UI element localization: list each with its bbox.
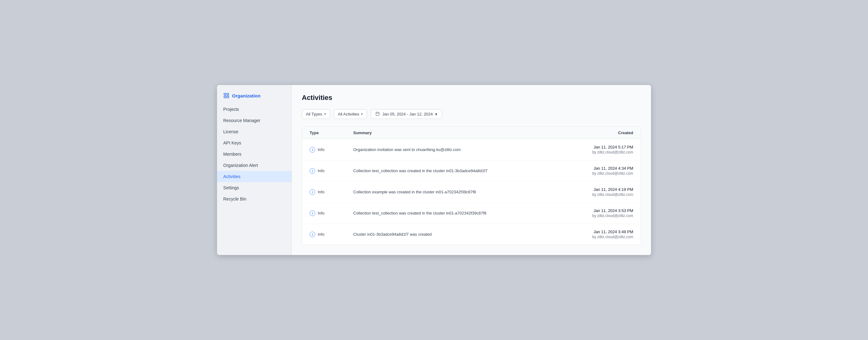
svg-rect-1 <box>227 93 229 95</box>
type-filter[interactable]: All Types ▾ <box>302 109 330 119</box>
sidebar-item-members[interactable]: Members <box>217 148 291 160</box>
summary-cell: Organization invitation was sent to chua… <box>353 147 546 152</box>
svg-rect-0 <box>224 93 226 95</box>
created-by: by zilliz.cloud@zilliz.com <box>546 213 633 218</box>
table-row: i Info Cluster in01-3b3adce94a8d1f7 was … <box>302 224 641 245</box>
filters-bar: All Types ▾ All Activities ▾ Jan 05, 202… <box>302 109 641 119</box>
type-label: Info <box>318 147 324 152</box>
table-row: i Info Collection test_collection was cr… <box>302 203 641 224</box>
summary-cell: Collection example was created in the cl… <box>353 190 546 194</box>
activities-table: Type Summary Created i Info Organization… <box>302 127 641 245</box>
sidebar-item-api-keys[interactable]: API Keys <box>217 137 291 148</box>
activity-filter-chevron-icon: ▾ <box>361 112 363 116</box>
type-cell: i Info <box>310 147 353 152</box>
created-cell: Jan 11, 2024 3:49 PM by zilliz.cloud@zil… <box>546 230 633 239</box>
info-icon: i <box>310 168 315 174</box>
created-cell: Jan 11, 2024 4:34 PM by zilliz.cloud@zil… <box>546 166 633 176</box>
sidebar-item-license[interactable]: License <box>217 126 291 137</box>
activity-filter[interactable]: All Activities ▾ <box>334 109 367 119</box>
type-cell: i Info <box>310 232 353 237</box>
sidebar-nav: ProjectsResource ManagerLicenseAPI KeysM… <box>217 104 291 205</box>
type-cell: i Info <box>310 210 353 216</box>
type-label: Info <box>318 211 324 215</box>
type-label: Info <box>318 168 324 173</box>
sidebar-item-resource-manager[interactable]: Resource Manager <box>217 115 291 126</box>
type-label: Info <box>318 232 324 237</box>
table-header: Type Summary Created <box>302 127 641 139</box>
type-label: Info <box>318 190 324 194</box>
info-icon: i <box>310 147 315 152</box>
calendar-icon <box>375 111 380 117</box>
svg-rect-2 <box>224 96 226 98</box>
sidebar-item-settings[interactable]: Settings <box>217 182 291 193</box>
app-window: Organization ProjectsResource ManagerLic… <box>217 85 651 255</box>
created-by: by zilliz.cloud@zilliz.com <box>546 235 633 239</box>
table-body: i Info Organization invitation was sent … <box>302 139 641 245</box>
org-icon <box>223 93 229 99</box>
org-label: Organization <box>232 93 261 98</box>
table-row: i Info Organization invitation was sent … <box>302 139 641 160</box>
date-range-chevron-icon: ▾ <box>435 112 437 116</box>
summary-cell: Cluster in01-3b3adce94a8d1f7 was created <box>353 232 546 237</box>
created-date: Jan 11, 2024 5:17 PM <box>546 145 633 149</box>
sidebar-item-organization-alert[interactable]: Organization Alert <box>217 160 291 171</box>
table-row: i Info Collection test_collection was cr… <box>302 160 641 181</box>
date-range-label: Jan 05, 2024 - Jan 12, 2024 <box>382 112 433 116</box>
col-header-type: Type <box>310 131 353 135</box>
sidebar-item-projects[interactable]: Projects <box>217 104 291 115</box>
main-content: Activities All Types ▾ All Activities ▾ <box>292 85 651 255</box>
created-cell: Jan 11, 2024 5:17 PM by zilliz.cloud@zil… <box>546 145 633 155</box>
created-by: by zilliz.cloud@zilliz.com <box>546 171 633 176</box>
page-title: Activities <box>302 94 641 102</box>
col-header-summary: Summary <box>353 131 546 135</box>
table-row: i Info Collection example was created in… <box>302 181 641 203</box>
created-by: by zilliz.cloud@zilliz.com <box>546 150 633 155</box>
sidebar-item-recycle-bin[interactable]: Recycle Bin <box>217 193 291 205</box>
created-date: Jan 11, 2024 3:53 PM <box>546 208 633 213</box>
type-cell: i Info <box>310 189 353 195</box>
sidebar-org-header[interactable]: Organization <box>217 90 291 104</box>
sidebar-item-activities[interactable]: Activities <box>217 171 291 182</box>
summary-cell: Collection test_collection was created i… <box>353 168 546 173</box>
created-by: by zilliz.cloud@zilliz.com <box>546 193 633 197</box>
type-filter-label: All Types <box>306 112 322 116</box>
created-cell: Jan 11, 2024 3:53 PM by zilliz.cloud@zil… <box>546 208 633 218</box>
col-header-created: Created <box>546 131 633 135</box>
sidebar: Organization ProjectsResource ManagerLic… <box>217 85 292 255</box>
summary-cell: Collection test_collection was created i… <box>353 211 546 215</box>
created-date: Jan 11, 2024 4:19 PM <box>546 187 633 192</box>
svg-rect-3 <box>227 96 229 98</box>
info-icon: i <box>310 210 315 216</box>
type-cell: i Info <box>310 168 353 174</box>
date-range-filter[interactable]: Jan 05, 2024 - Jan 12, 2024 ▾ <box>371 109 442 119</box>
created-date: Jan 11, 2024 4:34 PM <box>546 166 633 171</box>
svg-rect-4 <box>376 112 379 115</box>
created-date: Jan 11, 2024 3:49 PM <box>546 230 633 234</box>
activity-filter-label: All Activities <box>338 112 360 116</box>
type-filter-chevron-icon: ▾ <box>324 112 326 116</box>
info-icon: i <box>310 189 315 195</box>
created-cell: Jan 11, 2024 4:19 PM by zilliz.cloud@zil… <box>546 187 633 197</box>
info-icon: i <box>310 232 315 237</box>
